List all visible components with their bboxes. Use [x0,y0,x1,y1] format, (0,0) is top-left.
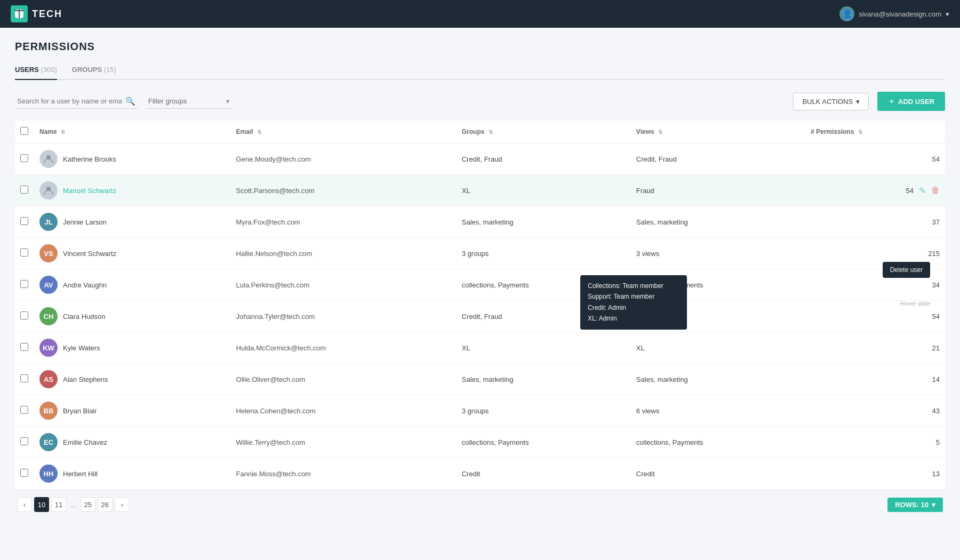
row-checkbox-cell [15,175,34,206]
row-actions: ✎ 🗑 [919,186,940,196]
row-checkbox[interactable] [20,374,28,382]
tab-users[interactable]: USERS (300) [15,62,57,80]
user-name: Katherine Brooks [63,155,116,163]
permissions-sort-icon: ⇅ [858,129,862,135]
row-checkbox[interactable] [20,406,28,414]
search-input[interactable] [15,94,138,109]
permissions-cell: 54 ✎ 🗑 [805,175,945,206]
filter-groups-select[interactable]: Filter groups Credit Fraud Sales Marketi… [146,94,231,109]
permissions-cell: 37 [805,206,945,238]
views-cell: Credit [631,458,805,490]
header-email[interactable]: Email ⇅ [231,121,457,143]
page-11-button[interactable]: 11 [51,497,66,512]
email-text: Helena.Cohen@tech.com [236,407,316,415]
header-views[interactable]: Views ⇅ [631,121,805,143]
user-name[interactable]: Manuel Schwartz [63,187,116,195]
table-row: VS Vincent Schwartz Hallie.Nelson@tech.c… [15,238,945,269]
next-page-button[interactable]: › [115,497,130,512]
row-checkbox-cell [15,332,34,364]
tab-groups[interactable]: GROUPS (15) [72,62,116,80]
avatar: HH [39,465,58,483]
user-name: Emilie Chavez [63,438,107,446]
groups-cell: 3 groups [457,395,631,427]
edit-icon[interactable]: ✎ [919,186,926,196]
add-user-button[interactable]: ＋ ADD USER [877,92,945,111]
prev-page-button[interactable]: ‹ [17,497,32,512]
table-row: EC Emilie Chavez Willie.Terry@tech.com c… [15,427,945,458]
views-cell: collections, Payments [631,269,805,301]
user-chevron-icon: ▾ [946,10,949,18]
permissions-cell: 43 [805,395,945,427]
email-text: Scott.Parsons@tech.com [236,187,315,195]
views-cell: 3 views [631,238,805,269]
logo-icon [11,5,28,22]
permissions-count: 43 [932,407,940,415]
avatar: VS [39,244,58,262]
permissions-count: 54 [932,313,940,321]
page-title: PERMISSIONS [15,41,945,53]
add-icon: ＋ [888,97,895,106]
row-checkbox-cell [15,364,34,395]
delete-icon[interactable]: 🗑 [931,186,940,195]
groups-cell: Sales, marketing [457,364,631,395]
row-checkbox[interactable] [20,186,28,194]
bulk-actions-button[interactable]: BULK ACTIONS ▾ [793,93,869,110]
row-checkbox-cell [15,458,34,490]
name-cell: JL Jennie Larson [34,206,231,238]
permissions-cell: 5 [805,427,945,458]
user-name: Kyle Waters [63,344,100,352]
search-button[interactable]: 🔍 [125,97,135,106]
permissions-count: 37 [932,218,940,226]
row-checkbox[interactable] [20,343,28,351]
header-permissions[interactable]: # Permissions ⇅ [805,121,945,143]
table-header-row: Name ⇅ Email ⇅ Groups ⇅ Views ⇅ # Permis… [15,121,945,143]
views-cell: Fraud [631,175,805,206]
groups-cell: collections, Payments [457,269,631,301]
email-text: Willie.Terry@tech.com [236,438,306,446]
email-cell: Lula.Perkins@tech.com [231,269,457,301]
header-groups[interactable]: Groups ⇅ [457,121,631,143]
row-checkbox[interactable] [20,311,28,319]
page-26-button[interactable]: 26 [98,497,113,512]
header-name[interactable]: Name ⇅ [34,121,231,143]
views-cell: XL [631,332,805,364]
user-cell: AV Andre Vaughn [39,276,226,294]
avatar: AV [39,276,58,294]
search-wrapper: 🔍 [15,94,138,109]
select-all-checkbox[interactable] [20,127,28,135]
row-checkbox[interactable] [20,217,28,225]
table-row: AS Alan Stephens Ollie.Oliver@tech.com S… [15,364,945,395]
row-checkbox-cell [15,206,34,238]
email-text: Gene.Moody@tech.com [236,155,311,163]
name-cell: Manuel Schwartz [34,175,231,206]
email-text: Hulda.McCormick@tech.com [236,344,326,352]
permissions-count: 54 [906,187,914,195]
row-checkbox[interactable] [20,154,28,162]
users-table: Name ⇅ Email ⇅ Groups ⇅ Views ⇅ # Permis… [15,121,945,490]
views-cell: 6 views [631,395,805,427]
row-checkbox[interactable] [20,437,28,445]
row-checkbox[interactable] [20,469,28,477]
row-checkbox[interactable] [20,280,28,288]
table-row: KW Kyle Waters Hulda.McCormick@tech.com … [15,332,945,364]
email-text: Hallie.Nelson@tech.com [236,250,313,258]
tab-users-count: (300) [41,66,57,74]
page-25-button[interactable]: 25 [81,497,95,512]
row-checkbox-cell [15,301,34,332]
user-menu[interactable]: 👤 sivana@sivanadesign.com ▾ [839,6,949,21]
row-checkbox[interactable] [20,249,28,257]
rows-per-page-button[interactable]: ROWS: 10 ▾ [887,498,943,512]
user-cell: KW Kyle Waters [39,339,226,357]
rows-chevron-icon: ▾ [932,501,935,509]
main-content: PERMISSIONS USERS (300) GROUPS (15) 🔍 Fi… [0,28,960,532]
avatar [39,181,58,199]
logo[interactable]: TECH [11,5,62,22]
views-sort-icon: ⇅ [658,129,662,135]
avatar: JL [39,213,58,231]
row-checkbox-cell [15,143,34,175]
groups-cell: Credit, Fraud [457,301,631,332]
avatar: EC [39,433,58,451]
views-cell: Sales, marketing [631,364,805,395]
name-cell: AV Andre Vaughn [34,269,231,301]
page-10-button[interactable]: 10 [34,497,49,512]
